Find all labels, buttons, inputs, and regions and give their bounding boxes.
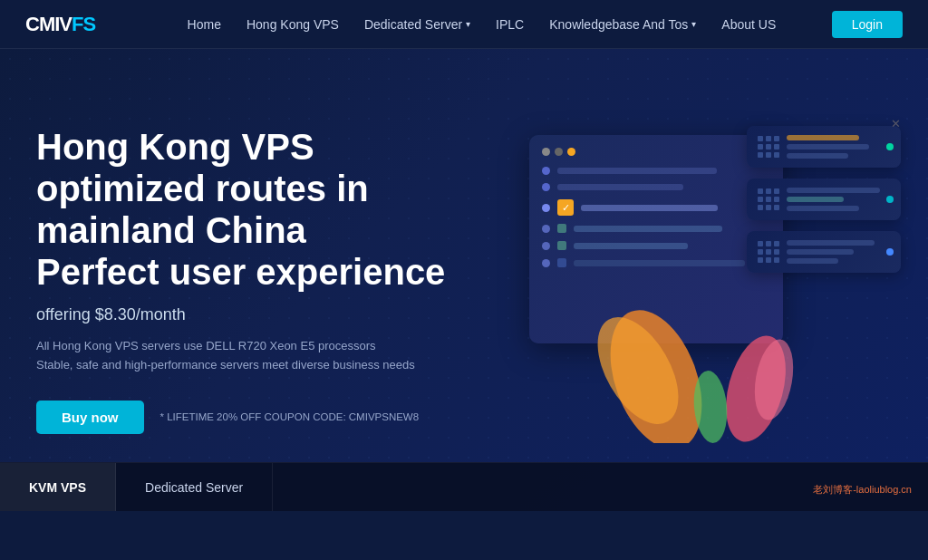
sbar-accent2 xyxy=(787,197,844,202)
dot-2 xyxy=(555,148,563,156)
hero-section: Hong Kong VPS optimized routes in mainla… xyxy=(0,49,928,511)
row-bar-5 xyxy=(574,243,688,249)
decoration-svg xyxy=(547,262,856,443)
sbar-3 xyxy=(787,188,880,193)
server-grid-3 xyxy=(758,241,779,263)
tab-kvm-vps[interactable]: KVM VPS xyxy=(0,463,116,511)
row-dot-3 xyxy=(542,204,550,212)
login-button[interactable]: Login xyxy=(832,11,903,38)
nav-dedicated[interactable]: Dedicated Server ▾ xyxy=(364,17,470,32)
server-card-2 xyxy=(747,179,901,220)
row-bar-2 xyxy=(557,184,683,190)
list-row-5 xyxy=(542,241,770,250)
list-rows: ✓ xyxy=(542,167,770,267)
buy-now-button[interactable]: Buy now xyxy=(36,401,144,434)
server-grid-2 xyxy=(758,188,779,210)
hero-content: Hong Kong VPS optimized routes in mainla… xyxy=(0,126,445,434)
nav-knowledgebase[interactable]: Knowledgebase And Tos ▾ xyxy=(549,17,696,32)
window-dots xyxy=(542,148,770,156)
row-dot-4 xyxy=(542,225,550,233)
server-bars-1 xyxy=(787,135,890,159)
nav-iplc[interactable]: IPLC xyxy=(496,17,524,32)
sbar-6 xyxy=(787,249,854,255)
nav-home[interactable]: Home xyxy=(188,17,221,32)
row-dot-2 xyxy=(542,183,550,191)
hero-desc: All Hong Kong VPS servers use DELL R720 … xyxy=(36,337,445,375)
dot-1 xyxy=(542,148,550,156)
hero-price: offering $8.30/month xyxy=(36,305,445,324)
coupon-text: * LIFETIME 20% OFF COUPON CODE: CMIVPSNE… xyxy=(160,411,420,422)
row-dot-5 xyxy=(542,242,550,250)
status-dot-1 xyxy=(886,143,894,150)
server-bars-3 xyxy=(787,240,890,264)
hero-cta: Buy now * LIFETIME 20% OFF COUPON CODE: … xyxy=(36,401,445,434)
list-row-2 xyxy=(542,183,770,191)
sbar-4 xyxy=(787,206,859,211)
dot-3 xyxy=(567,148,575,156)
sbar-5 xyxy=(787,240,875,246)
sbar-2 xyxy=(787,153,848,159)
knowledgebase-dropdown-arrow: ▾ xyxy=(691,19,696,29)
row-bar-1 xyxy=(557,168,717,174)
row-bar-4 xyxy=(574,226,722,232)
nav-links: Home Hong Kong VPS Dedicated Server ▾ IP… xyxy=(131,17,832,32)
illustration-close[interactable]: ✕ xyxy=(891,117,901,130)
status-dot-2 xyxy=(886,196,894,203)
list-row-checked: ✓ xyxy=(542,199,770,216)
hero-illustration: ✕ ✓ xyxy=(493,117,901,443)
list-row-1 xyxy=(542,167,770,175)
sbar-1 xyxy=(787,144,869,150)
checkbox: ✓ xyxy=(557,199,574,216)
server-grid-1 xyxy=(758,136,779,158)
small-check-1 xyxy=(557,224,566,233)
hero-title: Hong Kong VPS optimized routes in mainla… xyxy=(36,126,445,293)
nav-about[interactable]: About US xyxy=(721,17,776,32)
dedicated-dropdown-arrow: ▾ xyxy=(466,19,470,29)
navbar: CMIVFS Home Hong Kong VPS Dedicated Serv… xyxy=(0,0,928,49)
small-check-2 xyxy=(557,241,566,250)
checked-bar xyxy=(581,205,718,211)
server-card-1 xyxy=(747,126,901,168)
logo[interactable]: CMIVFS xyxy=(25,13,95,36)
status-dot-3 xyxy=(886,248,894,256)
right-panel xyxy=(747,126,901,273)
sbar-accent-1 xyxy=(787,135,859,140)
row-dot-1 xyxy=(542,167,550,175)
nav-hkvps[interactable]: Hong Kong VPS xyxy=(246,17,339,32)
watermark: 老刘博客-laoliublog.cn xyxy=(813,483,912,497)
list-row-4 xyxy=(542,224,770,233)
tab-dedicated-server[interactable]: Dedicated Server xyxy=(116,463,273,511)
bottom-tabs: KVM VPS Dedicated Server 老刘博客-laoliublog… xyxy=(0,462,928,511)
server-bars-2 xyxy=(787,188,890,211)
